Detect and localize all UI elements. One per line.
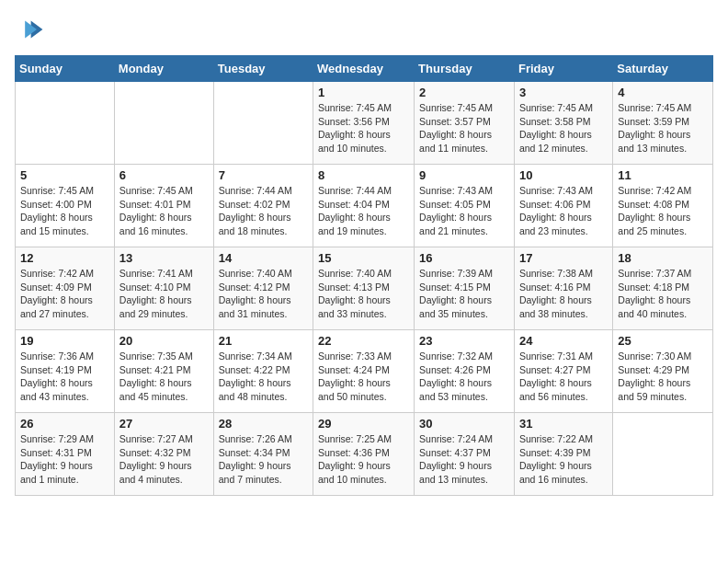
calendar-cell [613,413,713,496]
day-number: 8 [318,168,409,182]
calendar-cell: 28Sunrise: 7:26 AM Sunset: 4:34 PM Dayli… [213,413,313,496]
cell-info: Sunrise: 7:33 AM Sunset: 4:24 PM Dayligh… [318,350,409,404]
cell-info: Sunrise: 7:44 AM Sunset: 4:02 PM Dayligh… [219,184,308,238]
day-number: 26 [20,417,109,431]
logo-icon [15,15,44,44]
calendar-cell: 21Sunrise: 7:34 AM Sunset: 4:22 PM Dayli… [213,330,313,413]
day-number: 23 [419,334,509,348]
weekday-header-friday: Friday [514,56,612,82]
cell-info: Sunrise: 7:42 AM Sunset: 4:09 PM Dayligh… [20,267,109,321]
day-number: 7 [219,168,308,182]
weekday-header-sunday: Sunday [16,56,115,82]
day-number: 14 [219,251,308,265]
calendar-cell: 7Sunrise: 7:44 AM Sunset: 4:02 PM Daylig… [213,165,313,247]
day-number: 17 [519,251,608,265]
cell-info: Sunrise: 7:29 AM Sunset: 4:31 PM Dayligh… [20,432,109,487]
cell-info: Sunrise: 7:45 AM Sunset: 3:59 PM Dayligh… [618,101,708,155]
day-number: 9 [419,168,509,182]
cell-info: Sunrise: 7:34 AM Sunset: 4:22 PM Dayligh… [219,350,308,404]
day-number: 1 [318,86,409,99]
cell-info: Sunrise: 7:27 AM Sunset: 4:32 PM Dayligh… [119,432,209,487]
cell-info: Sunrise: 7:43 AM Sunset: 4:05 PM Dayligh… [419,184,509,238]
calendar-cell: 25Sunrise: 7:30 AM Sunset: 4:29 PM Dayli… [613,330,713,413]
calendar-cell: 24Sunrise: 7:31 AM Sunset: 4:27 PM Dayli… [514,330,612,413]
day-number: 30 [419,417,509,431]
calendar-cell: 8Sunrise: 7:44 AM Sunset: 4:04 PM Daylig… [313,165,415,247]
day-number: 15 [318,251,409,265]
cell-info: Sunrise: 7:24 AM Sunset: 4:37 PM Dayligh… [419,432,509,487]
day-number: 6 [119,168,209,182]
day-number: 19 [20,334,109,348]
day-number: 10 [519,168,608,182]
calendar-cell: 22Sunrise: 7:33 AM Sunset: 4:24 PM Dayli… [313,330,415,413]
day-number: 21 [219,334,308,348]
cell-info: Sunrise: 7:45 AM Sunset: 3:57 PM Dayligh… [419,101,509,155]
day-number: 24 [519,334,608,348]
cell-info: Sunrise: 7:38 AM Sunset: 4:16 PM Dayligh… [519,267,608,321]
weekday-header-saturday: Saturday [613,56,713,82]
calendar-cell: 13Sunrise: 7:41 AM Sunset: 4:10 PM Dayli… [114,247,213,330]
calendar-cell: 18Sunrise: 7:37 AM Sunset: 4:18 PM Dayli… [613,247,713,330]
calendar-cell: 26Sunrise: 7:29 AM Sunset: 4:31 PM Dayli… [16,413,115,496]
calendar-cell: 3Sunrise: 7:45 AM Sunset: 3:58 PM Daylig… [514,82,612,165]
cell-info: Sunrise: 7:40 AM Sunset: 4:13 PM Dayligh… [318,267,409,321]
calendar-cell: 10Sunrise: 7:43 AM Sunset: 4:06 PM Dayli… [514,165,612,247]
cell-info: Sunrise: 7:39 AM Sunset: 4:15 PM Dayligh… [419,267,509,321]
day-number: 16 [419,251,509,265]
cell-info: Sunrise: 7:40 AM Sunset: 4:12 PM Dayligh… [219,267,308,321]
day-number: 2 [419,86,509,99]
calendar-cell: 2Sunrise: 7:45 AM Sunset: 3:57 PM Daylig… [415,82,515,165]
cell-info: Sunrise: 7:22 AM Sunset: 4:39 PM Dayligh… [519,432,608,487]
day-number: 31 [519,417,608,431]
cell-info: Sunrise: 7:30 AM Sunset: 4:29 PM Dayligh… [618,350,708,404]
cell-info: Sunrise: 7:32 AM Sunset: 4:26 PM Dayligh… [419,350,509,404]
calendar-cell: 23Sunrise: 7:32 AM Sunset: 4:26 PM Dayli… [415,330,515,413]
calendar-cell: 27Sunrise: 7:27 AM Sunset: 4:32 PM Dayli… [114,413,213,496]
calendar-cell: 1Sunrise: 7:45 AM Sunset: 3:56 PM Daylig… [313,82,415,165]
day-number: 12 [20,251,109,265]
day-number: 25 [618,334,708,348]
day-number: 29 [318,417,409,431]
weekday-header-monday: Monday [114,56,213,82]
day-number: 3 [519,86,608,99]
calendar-cell: 19Sunrise: 7:36 AM Sunset: 4:19 PM Dayli… [16,330,115,413]
calendar-cell: 9Sunrise: 7:43 AM Sunset: 4:05 PM Daylig… [415,165,515,247]
cell-info: Sunrise: 7:42 AM Sunset: 4:08 PM Dayligh… [618,184,708,238]
weekday-header-thursday: Thursday [415,56,515,82]
weekday-header-wednesday: Wednesday [313,56,415,82]
cell-info: Sunrise: 7:45 AM Sunset: 4:00 PM Dayligh… [20,184,109,238]
calendar-cell: 5Sunrise: 7:45 AM Sunset: 4:00 PM Daylig… [16,165,115,247]
calendar-cell: 14Sunrise: 7:40 AM Sunset: 4:12 PM Dayli… [213,247,313,330]
day-number: 27 [119,417,209,431]
page-header [15,15,713,44]
cell-info: Sunrise: 7:25 AM Sunset: 4:36 PM Dayligh… [318,432,409,487]
cell-info: Sunrise: 7:26 AM Sunset: 4:34 PM Dayligh… [219,432,308,487]
cell-info: Sunrise: 7:41 AM Sunset: 4:10 PM Dayligh… [119,267,209,321]
svg-marker-1 [25,20,37,38]
cell-info: Sunrise: 7:44 AM Sunset: 4:04 PM Dayligh… [318,184,409,238]
calendar-cell: 15Sunrise: 7:40 AM Sunset: 4:13 PM Dayli… [313,247,415,330]
cell-info: Sunrise: 7:35 AM Sunset: 4:21 PM Dayligh… [119,350,209,404]
calendar-cell: 11Sunrise: 7:42 AM Sunset: 4:08 PM Dayli… [613,165,713,247]
calendar-cell: 16Sunrise: 7:39 AM Sunset: 4:15 PM Dayli… [415,247,515,330]
day-number: 4 [618,86,708,99]
cell-info: Sunrise: 7:45 AM Sunset: 4:01 PM Dayligh… [119,184,209,238]
calendar-cell [114,82,213,165]
calendar-cell: 17Sunrise: 7:38 AM Sunset: 4:16 PM Dayli… [514,247,612,330]
calendar-cell: 20Sunrise: 7:35 AM Sunset: 4:21 PM Dayli… [114,330,213,413]
cell-info: Sunrise: 7:37 AM Sunset: 4:18 PM Dayligh… [618,267,708,321]
calendar-cell: 4Sunrise: 7:45 AM Sunset: 3:59 PM Daylig… [613,82,713,165]
day-number: 11 [618,168,708,182]
calendar-cell [16,82,115,165]
calendar-table: SundayMondayTuesdayWednesdayThursdayFrid… [15,55,713,496]
logo [15,15,48,44]
calendar-cell [213,82,313,165]
calendar-cell: 6Sunrise: 7:45 AM Sunset: 4:01 PM Daylig… [114,165,213,247]
day-number: 20 [119,334,209,348]
calendar-cell: 12Sunrise: 7:42 AM Sunset: 4:09 PM Dayli… [16,247,115,330]
day-number: 13 [119,251,209,265]
cell-info: Sunrise: 7:43 AM Sunset: 4:06 PM Dayligh… [519,184,608,238]
cell-info: Sunrise: 7:36 AM Sunset: 4:19 PM Dayligh… [20,350,109,404]
day-number: 22 [318,334,409,348]
day-number: 5 [20,168,109,182]
